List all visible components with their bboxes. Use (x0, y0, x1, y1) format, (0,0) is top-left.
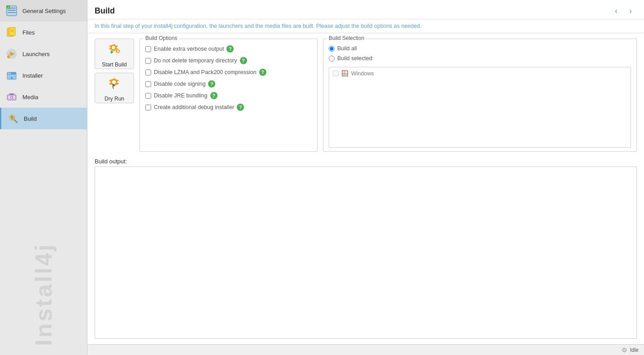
option-disable-signing: Disable code signing ? (145, 80, 312, 88)
build-selected-row: Build selected: (329, 55, 631, 61)
build-all-radio[interactable] (329, 46, 335, 52)
svg-point-30 (112, 46, 115, 49)
main-body: Start Build (87, 33, 644, 344)
build-all-label: Build all (337, 45, 357, 52)
selection-options: Build all Build selected: 🪟 Windows (329, 45, 631, 148)
launchers-icon (5, 48, 18, 60)
sidebar-label-installer: Installer (22, 72, 43, 79)
files-icon (5, 26, 18, 39)
nav-forward-button[interactable]: › (624, 4, 637, 17)
option-verbose-checkbox[interactable] (145, 46, 151, 52)
build-top-section: Start Build (95, 39, 637, 152)
svg-rect-3 (8, 12, 16, 13)
option-debug-installer-label: Create additional debug installer (154, 104, 234, 110)
sidebar-item-files[interactable]: Files (0, 22, 87, 43)
main-header: Build ‹ › (87, 0, 644, 19)
nav-back-button[interactable]: ‹ (610, 4, 622, 17)
platform-windows-label: Windows (351, 70, 374, 77)
svg-line-37 (113, 86, 113, 89)
media-icon (5, 91, 18, 103)
sidebar-item-general-settings[interactable]: ✓ General Settings (0, 0, 87, 22)
build-selected-label: Build selected: (337, 55, 374, 61)
help-verbose-icon[interactable]: ? (226, 45, 234, 53)
svg-text:✓: ✓ (7, 6, 10, 10)
platform-windows-row: 🪟 Windows (333, 69, 627, 78)
svg-point-17 (8, 73, 9, 74)
help-no-delete-temp-icon[interactable]: ? (240, 57, 247, 64)
sidebar-label-launchers: Launchers (22, 51, 50, 57)
build-selection-panel: Build Selection Build all Build selected… (323, 39, 637, 152)
option-verbose: Enable extra verbose output ? (145, 45, 312, 53)
svg-point-13 (7, 56, 10, 58)
option-disable-jre: Disable JRE bundling ? (145, 92, 312, 99)
build-output-section: Build output: (95, 158, 637, 339)
start-build-icon (106, 40, 122, 60)
build-selected-radio[interactable] (329, 56, 335, 61)
sidebar-item-launchers[interactable]: Launchers (0, 43, 87, 65)
start-build-button[interactable]: Start Build (95, 39, 134, 69)
svg-point-35 (112, 80, 116, 84)
option-disable-signing-checkbox[interactable] (145, 81, 151, 87)
build-action-buttons: Start Build (95, 39, 134, 152)
sidebar-label-files: Files (22, 29, 35, 36)
platforms-box: 🪟 Windows (329, 67, 631, 148)
navigation-arrows: ‹ › (610, 4, 637, 17)
general-settings-icon: ✓ (5, 4, 18, 17)
svg-point-24 (11, 97, 13, 98)
dry-run-icon (106, 75, 122, 94)
option-disable-lzma: Disable LZMA and Pack200 compression ? (145, 69, 312, 76)
svg-point-18 (9, 73, 10, 74)
sidebar-label-build: Build (24, 115, 37, 122)
windows-icon: 🪟 (341, 70, 348, 77)
installer-icon (5, 69, 18, 82)
build-output-box (95, 167, 637, 339)
options-list: Enable extra verbose output ? Do not del… (145, 45, 312, 111)
help-disable-jre-icon[interactable]: ? (210, 92, 218, 99)
status-spinner-icon: ⚙ (622, 346, 627, 354)
status-text: Idle (630, 347, 639, 353)
main-content: Build ‹ › In this final step of your ins… (87, 0, 644, 355)
start-build-label: Start Build (102, 61, 126, 68)
build-all-row: Build all (329, 45, 631, 52)
dry-run-label: Dry Run (104, 96, 124, 102)
option-disable-lzma-checkbox[interactable] (145, 70, 151, 75)
help-debug-installer-icon[interactable]: ? (237, 104, 244, 111)
option-no-delete-temp-checkbox[interactable] (145, 58, 151, 64)
sidebar-item-build[interactable]: Build (0, 108, 87, 129)
option-no-delete-temp-label: Do not delete temporary directory (154, 57, 237, 64)
sidebar-label-media: Media (22, 94, 38, 101)
svg-rect-2 (8, 10, 16, 11)
build-options-panel: Build Options Enable extra verbose outpu… (139, 39, 318, 152)
option-verbose-label: Enable extra verbose output (154, 46, 224, 52)
option-disable-signing-label: Disable code signing (154, 81, 205, 87)
help-disable-lzma-icon[interactable]: ? (259, 69, 266, 76)
option-disable-jre-label: Disable JRE bundling (154, 92, 208, 99)
option-disable-jre-checkbox[interactable] (145, 93, 151, 99)
page-description: In this final step of your install4j con… (87, 19, 644, 33)
watermark: Install4j (0, 265, 87, 346)
sidebar-item-installer[interactable]: Installer (0, 65, 87, 86)
dry-run-button[interactable]: Dry Run (95, 73, 134, 103)
platform-windows-checkbox[interactable] (333, 70, 339, 76)
sidebar-item-media[interactable]: Media (0, 86, 87, 108)
option-no-delete-temp: Do not delete temporary directory ? (145, 57, 312, 64)
option-debug-installer-checkbox[interactable] (145, 105, 151, 110)
sidebar: ✓ General Settings Files Launchers (0, 0, 87, 355)
build-output-label: Build output: (95, 158, 637, 165)
help-disable-signing-icon[interactable]: ? (208, 80, 215, 88)
build-options-title: Build Options (144, 35, 179, 41)
option-disable-lzma-label: Disable LZMA and Pack200 compression (154, 69, 257, 75)
svg-point-32 (117, 50, 119, 52)
option-debug-installer: Create additional debug installer ? (145, 104, 312, 111)
build-icon (7, 112, 19, 125)
build-selection-title: Build Selection (327, 35, 366, 41)
page-title: Build (95, 6, 115, 16)
svg-rect-25 (9, 93, 14, 95)
status-bar: ⚙ Idle (87, 344, 644, 355)
sidebar-label-general-settings: General Settings (22, 8, 66, 14)
